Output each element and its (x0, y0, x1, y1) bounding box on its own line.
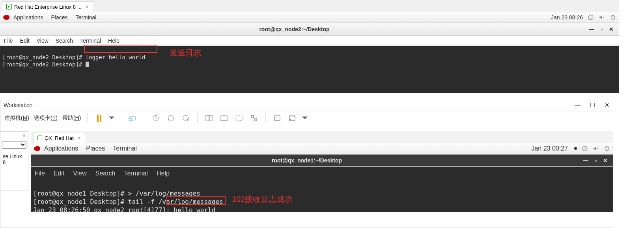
ws-fit-guest-button[interactable] (204, 113, 214, 123)
window-minimize-button[interactable]: — (583, 157, 588, 164)
window-maximize-button[interactable]: ▫ (601, 26, 603, 32)
terminal-title: root@qx_node1:~/Desktop (31, 157, 583, 164)
menu-edit[interactable]: Edit (54, 170, 65, 177)
ws-fullscreen-dropdown[interactable] (302, 113, 308, 123)
gnome-clock[interactable]: Jan 23 08:26 (551, 14, 583, 21)
ws-snapshot-manager-button[interactable] (181, 113, 191, 123)
volume-icon[interactable] (593, 145, 599, 152)
terminal-menubar-node1: File Edit View Search Terminal Help (31, 167, 613, 180)
svg-rect-5 (129, 119, 131, 121)
library-close-icon[interactable]: × (0, 132, 28, 139)
window-minimize-button[interactable]: — (589, 26, 594, 32)
window-close-button[interactable]: ✕ (603, 157, 608, 164)
menu-terminal[interactable]: Terminal (80, 38, 101, 44)
gnome-clock[interactable]: Jan 23 00:27 (531, 145, 568, 152)
tab-close-icon[interactable]: × (86, 4, 89, 10)
gnome-applications-menu[interactable]: Applications (13, 14, 43, 21)
prompt-line2: [root@qx_node2 Desktop]# (2, 61, 86, 68)
redhat-logo-icon (3, 15, 9, 20)
menu-help[interactable]: Help (108, 38, 119, 44)
menu-terminal[interactable]: Terminal (124, 170, 147, 177)
annotation-text-send: 发送日志 (170, 49, 201, 56)
inner-tab-label: QX_Red Hat (45, 135, 74, 141)
svg-text:?: ? (590, 16, 592, 19)
menu-file[interactable]: File (35, 170, 45, 177)
annotation-text-recv: 102接收日志成功 (232, 195, 292, 204)
ws-stretch-button[interactable] (234, 113, 244, 123)
svg-point-7 (168, 115, 174, 121)
library-filter-dropdown[interactable] (2, 141, 26, 149)
annotation-box-send (84, 45, 157, 53)
window-close-button[interactable]: ✕ (609, 26, 614, 32)
ws-fit-window-button[interactable] (219, 113, 229, 123)
volume-icon[interactable] (599, 14, 605, 21)
svg-rect-15 (274, 116, 280, 121)
ws-console-button[interactable] (272, 113, 282, 123)
vm-running-icon (6, 4, 12, 9)
inner-tab-close-icon[interactable]: × (78, 135, 81, 141)
terminal-body-node2[interactable]: [root@qx_node2 Desktop]# logger hello wo… (0, 46, 619, 93)
menu-search[interactable]: Search (95, 170, 116, 177)
menu-edit[interactable]: Edit (20, 38, 30, 44)
terminal-titlebar-node2: root@qx_node2:~/Desktop — ▫ ✕ (0, 23, 619, 36)
ws-pause-dropdown[interactable] (109, 113, 114, 123)
ws-snapshot-button[interactable] (151, 113, 161, 123)
ws-minimize-button[interactable]: — (575, 102, 581, 109)
ws-inner-tabs: QX_Red Hat × (31, 131, 613, 143)
menu-view[interactable]: View (37, 38, 49, 44)
redhat-logo-icon (34, 146, 40, 151)
prompt-line1: [root@qx_node2 Desktop]# logger hello wo… (2, 54, 145, 60)
vm-tab-bar: Red Hat Enterprise Linux 8 ... × (0, 0, 619, 12)
terminal-body-node1[interactable]: [root@qx_node1 Desktop]# > /var/log/mess… (31, 180, 613, 212)
gnome-terminal-menu[interactable]: Terminal (113, 145, 136, 152)
term-line3: Jan 23 08:26:50 qx_node2 root[4177]: hel… (33, 206, 219, 214)
workstation-titlebar: Workstation — ☐ ✕ (0, 99, 613, 111)
gnome-places-menu[interactable]: Places (86, 145, 105, 152)
power-icon[interactable] (604, 145, 610, 152)
ws-unity-button[interactable] (249, 113, 259, 123)
svg-rect-12 (236, 116, 242, 121)
ws-menu-vm[interactable]: 虚拟机(M) (4, 115, 29, 122)
menu-help[interactable]: Help (157, 170, 170, 177)
vm-running-icon (37, 136, 42, 140)
terminal-cursor (86, 62, 89, 67)
svg-rect-9 (206, 115, 209, 121)
ws-close-button[interactable]: ✕ (605, 102, 610, 109)
svg-text:?: ? (584, 147, 586, 151)
workstation-title: Workstation (4, 102, 33, 108)
ws-inner-tab-qxredhat[interactable]: QX_Red Hat × (33, 133, 85, 143)
menu-view[interactable]: View (73, 170, 86, 177)
gnome-top-panel-node1: Applications Places Terminal Jan 23 00:2… (31, 143, 613, 154)
svg-rect-13 (251, 115, 254, 118)
svg-rect-10 (210, 115, 212, 121)
ws-library-panel: × se Linux 8 (0, 131, 28, 190)
ws-menu-tabs[interactable]: 选项卡(T) (34, 115, 58, 122)
terminal-titlebar-node1: root@qx_node1:~/Desktop — ▫ ✕ (31, 154, 613, 167)
menu-search[interactable]: Search (56, 38, 73, 44)
svg-rect-14 (254, 119, 257, 121)
gnome-places-menu[interactable]: Places (51, 14, 68, 21)
menu-file[interactable]: File (4, 38, 13, 44)
gnome-terminal-menu[interactable]: Terminal (76, 14, 97, 21)
terminal-title: root@qx_node2:~/Desktop (0, 26, 589, 32)
gnome-top-panel-node2: Applications Places Terminal Jan 23 08:2… (0, 12, 619, 23)
window-maximize-button[interactable]: ▫ (595, 157, 597, 164)
annotation-box-recv (166, 196, 226, 205)
ws-pause-button[interactable] (94, 113, 104, 123)
power-icon[interactable] (610, 14, 616, 21)
svg-rect-11 (221, 116, 227, 121)
clock-dot-icon (574, 147, 577, 150)
ws-send-ctrlaltdel-button[interactable] (127, 113, 138, 123)
accessibility-icon[interactable]: ? (582, 145, 588, 152)
workstation-menubar: 虚拟机(M) 选项卡(T) 帮助(H) (0, 111, 613, 125)
ws-snapshot-revert-button[interactable] (166, 113, 176, 123)
library-item-rhel8[interactable]: se Linux 8 (0, 150, 28, 168)
vm-tab-label: Red Hat Enterprise Linux 8 ... (14, 4, 82, 10)
accessibility-icon[interactable]: ? (588, 14, 594, 21)
gnome-applications-menu[interactable]: Applications (44, 145, 78, 152)
ws-fullscreen-button[interactable] (287, 113, 297, 123)
vm-tab-rhel8[interactable]: Red Hat Enterprise Linux 8 ... × (2, 1, 93, 12)
ws-menu-help[interactable]: 帮助(H) (62, 115, 81, 122)
ws-maximize-button[interactable]: ☐ (590, 102, 595, 109)
